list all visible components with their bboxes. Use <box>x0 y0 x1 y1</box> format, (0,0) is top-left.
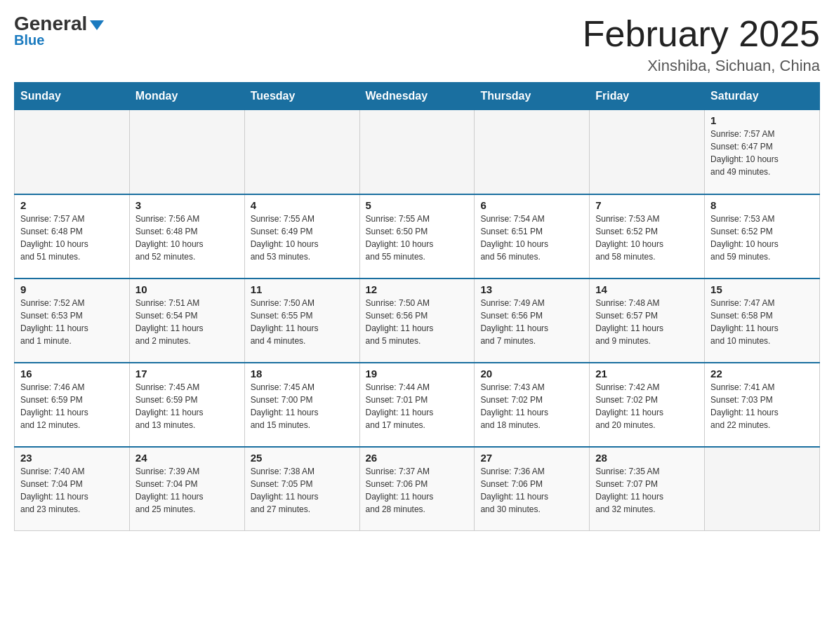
calendar-week-row: 23Sunrise: 7:40 AMSunset: 7:04 PMDayligh… <box>15 447 820 531</box>
day-number: 27 <box>480 452 583 464</box>
calendar-cell: 3Sunrise: 7:56 AMSunset: 6:48 PMDaylight… <box>129 194 244 279</box>
day-number: 18 <box>251 368 354 380</box>
calendar-cell <box>129 110 244 194</box>
day-number: 8 <box>710 199 814 211</box>
day-info: Sunrise: 7:46 AMSunset: 6:59 PMDaylight:… <box>20 381 124 431</box>
day-number: 9 <box>20 283 124 295</box>
calendar-cell: 13Sunrise: 7:49 AMSunset: 6:56 PMDayligh… <box>475 279 590 363</box>
calendar-cell: 8Sunrise: 7:53 AMSunset: 6:52 PMDaylight… <box>705 194 820 279</box>
calendar-cell: 4Sunrise: 7:55 AMSunset: 6:49 PMDaylight… <box>244 194 359 279</box>
calendar-cell: 11Sunrise: 7:50 AMSunset: 6:55 PMDayligh… <box>244 279 359 363</box>
day-number: 22 <box>710 368 814 380</box>
logo-general-text: General <box>14 14 104 34</box>
calendar-cell: 25Sunrise: 7:38 AMSunset: 7:05 PMDayligh… <box>244 447 359 531</box>
day-number: 15 <box>710 283 814 295</box>
day-number: 13 <box>480 283 583 295</box>
location-title: Xinshiba, Sichuan, China <box>583 57 820 75</box>
calendar-cell <box>359 110 475 194</box>
calendar-cell: 18Sunrise: 7:45 AMSunset: 7:00 PMDayligh… <box>244 363 359 447</box>
day-number: 10 <box>135 283 239 295</box>
logo: General Blue <box>14 14 104 48</box>
day-info: Sunrise: 7:53 AMSunset: 6:52 PMDaylight:… <box>710 213 814 263</box>
day-header-saturday: Saturday <box>705 83 820 110</box>
day-info: Sunrise: 7:45 AMSunset: 6:59 PMDaylight:… <box>135 381 239 431</box>
title-block: February 2025 Xinshiba, Sichuan, China <box>583 14 820 75</box>
calendar-week-row: 16Sunrise: 7:46 AMSunset: 6:59 PMDayligh… <box>15 363 820 447</box>
day-info: Sunrise: 7:41 AMSunset: 7:03 PMDaylight:… <box>710 381 814 431</box>
day-info: Sunrise: 7:50 AMSunset: 6:55 PMDaylight:… <box>251 297 354 347</box>
calendar-cell: 12Sunrise: 7:50 AMSunset: 6:56 PMDayligh… <box>359 279 475 363</box>
day-info: Sunrise: 7:40 AMSunset: 7:04 PMDaylight:… <box>20 465 124 516</box>
day-number: 3 <box>135 199 239 211</box>
day-number: 4 <box>251 199 354 211</box>
day-info: Sunrise: 7:45 AMSunset: 7:00 PMDaylight:… <box>251 381 354 431</box>
calendar-week-row: 2Sunrise: 7:57 AMSunset: 6:48 PMDaylight… <box>15 194 820 279</box>
calendar-cell: 6Sunrise: 7:54 AMSunset: 6:51 PMDaylight… <box>475 194 590 279</box>
calendar-cell <box>475 110 590 194</box>
day-info: Sunrise: 7:52 AMSunset: 6:53 PMDaylight:… <box>20 297 124 347</box>
calendar-cell: 20Sunrise: 7:43 AMSunset: 7:02 PMDayligh… <box>475 363 590 447</box>
day-info: Sunrise: 7:54 AMSunset: 6:51 PMDaylight:… <box>480 213 583 263</box>
calendar-cell: 7Sunrise: 7:53 AMSunset: 6:52 PMDaylight… <box>590 194 705 279</box>
day-info: Sunrise: 7:48 AMSunset: 6:57 PMDaylight:… <box>595 297 699 347</box>
day-number: 12 <box>366 283 469 295</box>
day-info: Sunrise: 7:37 AMSunset: 7:06 PMDaylight:… <box>366 465 469 516</box>
day-header-wednesday: Wednesday <box>359 83 475 110</box>
logo-blue-text: Blue <box>14 32 44 48</box>
month-title: February 2025 <box>583 14 820 54</box>
day-number: 6 <box>480 199 583 211</box>
calendar-cell: 1Sunrise: 7:57 AMSunset: 6:47 PMDaylight… <box>705 110 820 194</box>
day-info: Sunrise: 7:49 AMSunset: 6:56 PMDaylight:… <box>480 297 583 347</box>
day-number: 25 <box>251 452 354 464</box>
day-info: Sunrise: 7:53 AMSunset: 6:52 PMDaylight:… <box>595 213 699 263</box>
day-number: 1 <box>710 114 814 126</box>
calendar-table: SundayMondayTuesdayWednesdayThursdayFrid… <box>14 82 820 531</box>
calendar-cell <box>590 110 705 194</box>
day-info: Sunrise: 7:43 AMSunset: 7:02 PMDaylight:… <box>480 381 583 431</box>
day-header-tuesday: Tuesday <box>244 83 359 110</box>
calendar-cell: 15Sunrise: 7:47 AMSunset: 6:58 PMDayligh… <box>705 279 820 363</box>
calendar-cell <box>244 110 359 194</box>
day-number: 17 <box>135 368 239 380</box>
calendar-cell: 26Sunrise: 7:37 AMSunset: 7:06 PMDayligh… <box>359 447 475 531</box>
calendar-cell: 21Sunrise: 7:42 AMSunset: 7:02 PMDayligh… <box>590 363 705 447</box>
day-info: Sunrise: 7:35 AMSunset: 7:07 PMDaylight:… <box>595 465 699 516</box>
calendar-week-row: 9Sunrise: 7:52 AMSunset: 6:53 PMDaylight… <box>15 279 820 363</box>
calendar-cell <box>705 447 820 531</box>
day-header-thursday: Thursday <box>475 83 590 110</box>
calendar-week-row: 1Sunrise: 7:57 AMSunset: 6:47 PMDaylight… <box>15 110 820 194</box>
day-info: Sunrise: 7:57 AMSunset: 6:47 PMDaylight:… <box>710 128 814 178</box>
calendar-cell: 2Sunrise: 7:57 AMSunset: 6:48 PMDaylight… <box>15 194 130 279</box>
calendar-cell: 16Sunrise: 7:46 AMSunset: 6:59 PMDayligh… <box>15 363 130 447</box>
day-number: 5 <box>366 199 469 211</box>
day-info: Sunrise: 7:56 AMSunset: 6:48 PMDaylight:… <box>135 213 239 263</box>
day-number: 20 <box>480 368 583 380</box>
day-number: 23 <box>20 452 124 464</box>
calendar-cell: 28Sunrise: 7:35 AMSunset: 7:07 PMDayligh… <box>590 447 705 531</box>
day-info: Sunrise: 7:38 AMSunset: 7:05 PMDaylight:… <box>251 465 354 516</box>
day-info: Sunrise: 7:44 AMSunset: 7:01 PMDaylight:… <box>366 381 469 431</box>
day-info: Sunrise: 7:47 AMSunset: 6:58 PMDaylight:… <box>710 297 814 347</box>
calendar-cell: 22Sunrise: 7:41 AMSunset: 7:03 PMDayligh… <box>705 363 820 447</box>
day-header-friday: Friday <box>590 83 705 110</box>
day-number: 19 <box>366 368 469 380</box>
day-info: Sunrise: 7:51 AMSunset: 6:54 PMDaylight:… <box>135 297 239 347</box>
day-header-sunday: Sunday <box>15 83 130 110</box>
day-number: 11 <box>251 283 354 295</box>
day-number: 16 <box>20 368 124 380</box>
day-info: Sunrise: 7:57 AMSunset: 6:48 PMDaylight:… <box>20 213 124 263</box>
day-number: 14 <box>595 283 699 295</box>
calendar-cell: 17Sunrise: 7:45 AMSunset: 6:59 PMDayligh… <box>129 363 244 447</box>
day-number: 24 <box>135 452 239 464</box>
day-info: Sunrise: 7:39 AMSunset: 7:04 PMDaylight:… <box>135 465 239 516</box>
calendar-cell: 10Sunrise: 7:51 AMSunset: 6:54 PMDayligh… <box>129 279 244 363</box>
day-info: Sunrise: 7:55 AMSunset: 6:49 PMDaylight:… <box>251 213 354 263</box>
day-number: 21 <box>595 368 699 380</box>
day-info: Sunrise: 7:55 AMSunset: 6:50 PMDaylight:… <box>366 213 469 263</box>
calendar-cell <box>15 110 130 194</box>
day-info: Sunrise: 7:36 AMSunset: 7:06 PMDaylight:… <box>480 465 583 516</box>
calendar-cell: 24Sunrise: 7:39 AMSunset: 7:04 PMDayligh… <box>129 447 244 531</box>
calendar-cell: 27Sunrise: 7:36 AMSunset: 7:06 PMDayligh… <box>475 447 590 531</box>
calendar-cell: 19Sunrise: 7:44 AMSunset: 7:01 PMDayligh… <box>359 363 475 447</box>
calendar-header-row: SundayMondayTuesdayWednesdayThursdayFrid… <box>15 83 820 110</box>
